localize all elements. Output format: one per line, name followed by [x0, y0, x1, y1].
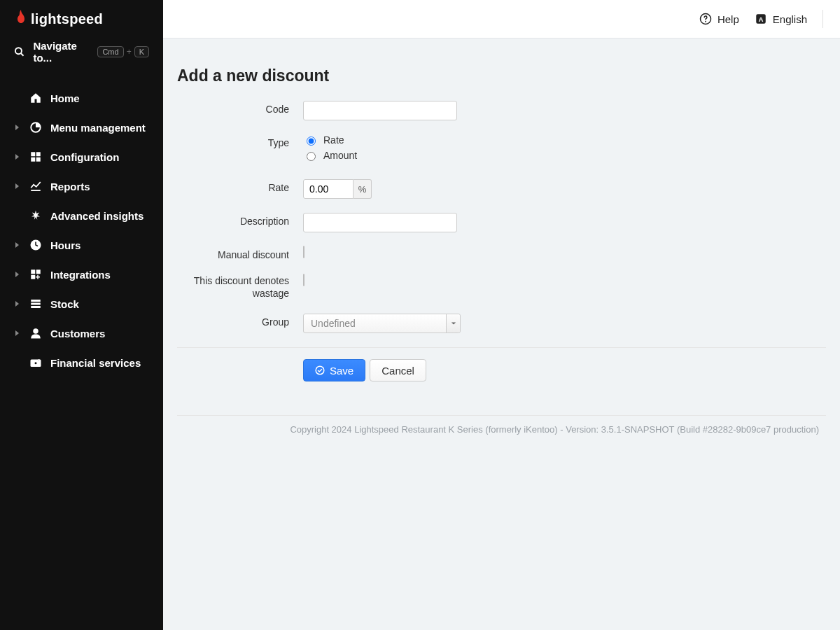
language-selector[interactable]: A English	[755, 13, 807, 25]
chevron-right-icon	[15, 242, 19, 248]
save-label: Save	[330, 365, 354, 377]
financial-icon	[28, 355, 43, 370]
menu-icon	[28, 120, 43, 135]
sidebar-item-configuration[interactable]: Configuration	[0, 142, 163, 172]
label-code: Code	[177, 101, 303, 115]
label-rate: Rate	[177, 179, 303, 193]
check-circle-icon	[315, 365, 325, 375]
kbd-cmd: Cmd	[97, 46, 123, 57]
nav-search-placeholder: Navigate to...	[33, 40, 89, 64]
language-label: English	[773, 13, 807, 25]
svg-rect-9	[31, 270, 35, 274]
type-amount-label: Amount	[323, 150, 357, 161]
nav-search[interactable]: Navigate to... Cmd + K	[0, 33, 163, 74]
svg-rect-3	[31, 152, 35, 156]
sidebar-item-label: Advanced insights	[50, 210, 144, 222]
sidebar-item-customers[interactable]: Customers	[0, 318, 163, 348]
home-icon	[28, 90, 43, 106]
chevron-right-icon	[15, 183, 19, 189]
sidebar-item-label: Financial services	[50, 357, 141, 369]
help-label: Help	[718, 13, 739, 25]
sidebar-item-label: Reports	[50, 181, 90, 192]
sidebar-item-home[interactable]: Home	[0, 83, 163, 113]
svg-rect-12	[31, 300, 41, 302]
label-manual-discount: Manual discount	[177, 246, 303, 260]
config-icon	[28, 149, 43, 164]
integrations-icon	[28, 267, 43, 282]
topbar: Help A English	[163, 0, 840, 38]
insights-icon	[28, 208, 43, 223]
brand: lightspeed	[0, 0, 163, 33]
svg-rect-10	[36, 270, 41, 274]
description-input[interactable]	[303, 213, 457, 232]
reports-icon	[28, 178, 43, 194]
type-rate-label: Rate	[323, 134, 344, 146]
rate-unit: %	[354, 179, 372, 199]
help-link[interactable]: Help	[699, 13, 739, 25]
svg-point-20	[705, 21, 706, 22]
label-group: Group	[177, 314, 303, 328]
svg-rect-11	[31, 275, 35, 279]
sidebar-item-label: Integrations	[50, 269, 111, 281]
brand-text: lightspeed	[31, 11, 103, 27]
svg-line-1	[21, 53, 24, 56]
sidebar-item-hours[interactable]: Hours	[0, 230, 163, 260]
label-type: Type	[177, 134, 303, 148]
discount-form: Code Type Rate Amount	[177, 101, 826, 449]
chevron-right-icon	[15, 330, 19, 336]
sidebar-item-advanced-insights[interactable]: Advanced insights	[0, 201, 163, 230]
svg-rect-6	[36, 158, 41, 162]
save-button[interactable]: Save	[303, 359, 365, 382]
svg-point-23	[316, 367, 324, 375]
chevron-right-icon	[15, 301, 19, 307]
code-input[interactable]	[303, 101, 457, 120]
sidebar-item-stock[interactable]: Stock	[0, 289, 163, 318]
flame-icon	[14, 10, 28, 27]
kbd-hint: Cmd + K	[97, 46, 149, 57]
manual-discount-checkbox[interactable]	[303, 246, 304, 258]
chevron-right-icon	[15, 154, 19, 160]
svg-text:A: A	[758, 15, 763, 23]
type-amount-option[interactable]: Amount	[303, 150, 826, 161]
sidebar-item-label: Home	[50, 92, 80, 104]
group-select[interactable]: Undefined	[303, 314, 461, 333]
label-wastage: This discount denotes wastage	[177, 274, 303, 300]
chevron-down-icon	[446, 314, 460, 332]
cancel-label: Cancel	[382, 365, 414, 377]
svg-rect-14	[31, 306, 41, 308]
kbd-k: K	[134, 46, 149, 57]
main: Help A English Add a new discount Code T…	[163, 0, 840, 630]
type-amount-radio[interactable]	[307, 152, 316, 161]
sidebar: lightspeed Navigate to... Cmd + K Home	[0, 0, 163, 630]
svg-point-15	[33, 328, 38, 334]
sidebar-item-label: Configuration	[50, 151, 119, 163]
cancel-button[interactable]: Cancel	[370, 359, 426, 382]
sidebar-item-integrations[interactable]: Integrations	[0, 260, 163, 289]
sidebar-item-label: Stock	[50, 298, 79, 310]
content: Add a new discount Code Type Rate	[163, 38, 840, 449]
svg-point-18	[38, 360, 39, 361]
svg-point-0	[15, 48, 22, 54]
label-description: Description	[177, 213, 303, 227]
nav: Home Menu management Configuration	[0, 74, 163, 377]
language-icon: A	[755, 13, 767, 25]
sidebar-item-financial-services[interactable]: Financial services	[0, 348, 163, 377]
page-title: Add a new discount	[177, 66, 826, 85]
sidebar-item-reports[interactable]: Reports	[0, 172, 163, 201]
divider	[822, 10, 823, 28]
type-rate-radio[interactable]	[307, 136, 316, 146]
chevron-right-icon	[15, 125, 19, 130]
svg-point-17	[34, 362, 38, 365]
search-icon	[14, 46, 24, 58]
sidebar-item-label: Hours	[50, 239, 80, 251]
footer-text: Copyright 2024 Lightspeed Restaurant K S…	[177, 424, 826, 449]
wastage-checkbox[interactable]	[303, 274, 304, 286]
divider	[177, 415, 826, 416]
rate-input[interactable]	[303, 179, 354, 199]
clock-icon	[28, 237, 43, 253]
sidebar-item-menu-management[interactable]: Menu management	[0, 113, 163, 142]
svg-rect-13	[31, 303, 41, 305]
type-rate-option[interactable]: Rate	[303, 134, 826, 146]
svg-rect-4	[36, 152, 41, 156]
sidebar-item-label: Menu management	[50, 122, 146, 134]
